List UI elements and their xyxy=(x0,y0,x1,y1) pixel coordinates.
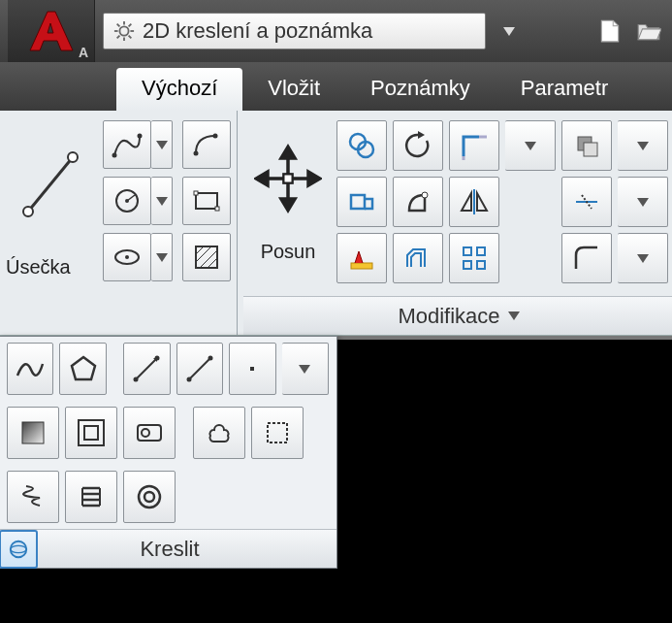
svg-rect-51 xyxy=(464,247,471,255)
line-label: Úsečka xyxy=(6,252,95,284)
svg-rect-69 xyxy=(268,423,287,443)
svg-marker-55 xyxy=(72,357,95,379)
svg-line-60 xyxy=(189,358,210,379)
svg-rect-42 xyxy=(584,143,597,156)
arc-button[interactable] xyxy=(182,120,231,169)
polyline-dropdown[interactable] xyxy=(151,120,173,169)
rectangle-button[interactable] xyxy=(182,177,231,225)
svg-line-9 xyxy=(28,157,73,212)
svg-point-14 xyxy=(194,151,199,156)
svg-point-62 xyxy=(208,356,212,361)
move-tool-button[interactable] xyxy=(249,120,327,237)
spring-button[interactable] xyxy=(65,471,117,523)
tab-vychozi[interactable]: Výchozí xyxy=(116,68,242,111)
svg-rect-54 xyxy=(477,261,485,269)
svg-rect-43 xyxy=(351,195,365,209)
svg-point-70 xyxy=(139,486,160,508)
svg-point-0 xyxy=(119,26,128,35)
svg-line-26 xyxy=(196,246,211,262)
svg-line-7 xyxy=(129,24,132,27)
wipeout-button[interactable] xyxy=(251,407,304,459)
offset-button[interactable] xyxy=(393,233,443,283)
stretch-button[interactable] xyxy=(336,177,387,227)
gear-icon xyxy=(113,20,135,42)
polygon-button[interactable] xyxy=(59,343,106,395)
svg-line-18 xyxy=(127,195,135,201)
circle-button[interactable] xyxy=(103,177,151,225)
donut-button[interactable] xyxy=(123,471,176,523)
svg-point-15 xyxy=(213,134,218,139)
workspace-selector[interactable]: 2D kreslení a poznámka xyxy=(103,13,486,49)
panel-draw: Úsečka xyxy=(0,111,238,335)
title-bar: A 2D kreslení a poznámka xyxy=(0,0,672,62)
svg-point-13 xyxy=(138,134,143,139)
new-file-button[interactable] xyxy=(594,16,625,47)
copy-button[interactable] xyxy=(336,120,387,171)
app-menu-button[interactable]: A xyxy=(8,0,95,62)
flyout-pin-button[interactable] xyxy=(0,530,38,569)
helix-button[interactable] xyxy=(7,471,59,523)
revision-cloud-button[interactable] xyxy=(193,407,245,459)
svg-rect-52 xyxy=(477,247,485,255)
tab-parametr[interactable]: Parametr xyxy=(496,68,633,111)
point-button[interactable] xyxy=(229,343,275,395)
fillet-button[interactable] xyxy=(561,233,612,283)
trim-dropdown[interactable] xyxy=(505,120,556,171)
app-sub-a-icon: A xyxy=(79,45,88,60)
svg-marker-38 xyxy=(418,131,425,139)
panel-modify-footer[interactable]: Modifikace xyxy=(243,296,672,335)
open-file-button[interactable] xyxy=(633,16,664,47)
polyline-button[interactable] xyxy=(103,120,151,169)
gradient-button[interactable] xyxy=(7,407,59,459)
svg-line-6 xyxy=(129,36,132,39)
svg-rect-24 xyxy=(196,246,217,268)
svg-rect-20 xyxy=(194,191,198,195)
panel-modify: Posun xyxy=(238,111,672,335)
chamfer-button[interactable] xyxy=(561,177,612,227)
spline-button[interactable] xyxy=(7,343,53,395)
line-tool-button[interactable] xyxy=(6,116,95,252)
draw-flyout-panel: Kreslit xyxy=(0,336,337,569)
ray-button[interactable] xyxy=(176,343,223,395)
construction-line-button[interactable] xyxy=(123,343,170,395)
workspace-label: 2D kreslení a poznámka xyxy=(143,18,372,44)
explode-button[interactable] xyxy=(336,233,387,283)
erase-dropdown[interactable] xyxy=(618,120,668,171)
svg-marker-31 xyxy=(281,147,295,158)
svg-rect-53 xyxy=(464,261,471,269)
svg-point-23 xyxy=(125,255,129,259)
erase-button[interactable] xyxy=(561,120,612,171)
svg-line-8 xyxy=(117,36,120,39)
flyout-footer[interactable]: Kreslit xyxy=(0,529,336,568)
rotate-button[interactable] xyxy=(393,120,443,171)
svg-rect-63 xyxy=(250,367,254,371)
circle-dropdown[interactable] xyxy=(151,177,173,225)
array-button[interactable] xyxy=(449,233,499,283)
svg-rect-65 xyxy=(79,420,104,445)
mirror-button[interactable] xyxy=(449,177,499,227)
svg-point-57 xyxy=(134,377,139,382)
svg-rect-66 xyxy=(84,426,98,440)
svg-marker-32 xyxy=(281,199,295,211)
scale-button[interactable] xyxy=(393,177,443,227)
svg-line-27 xyxy=(200,250,217,268)
workspace-dropdown-icon[interactable] xyxy=(503,27,515,36)
sphere-icon xyxy=(8,539,29,560)
point-dropdown[interactable] xyxy=(282,343,329,395)
region-button[interactable] xyxy=(123,407,176,459)
boundary-button[interactable] xyxy=(65,407,117,459)
ellipse-dropdown[interactable] xyxy=(151,233,173,281)
svg-marker-33 xyxy=(256,172,268,185)
tab-vlozit[interactable]: Vložit xyxy=(242,68,345,111)
tab-poznamky[interactable]: Poznámky xyxy=(345,68,496,111)
trim-button[interactable] xyxy=(449,120,499,171)
fillet-dropdown[interactable] xyxy=(618,233,668,283)
svg-line-28 xyxy=(208,258,217,268)
svg-point-10 xyxy=(23,207,33,216)
chamfer-dropdown[interactable] xyxy=(618,177,668,227)
svg-line-56 xyxy=(136,358,157,379)
ellipse-button[interactable] xyxy=(103,233,151,281)
hatch-button[interactable] xyxy=(182,233,231,281)
svg-point-61 xyxy=(186,377,191,382)
svg-point-44 xyxy=(422,192,428,198)
